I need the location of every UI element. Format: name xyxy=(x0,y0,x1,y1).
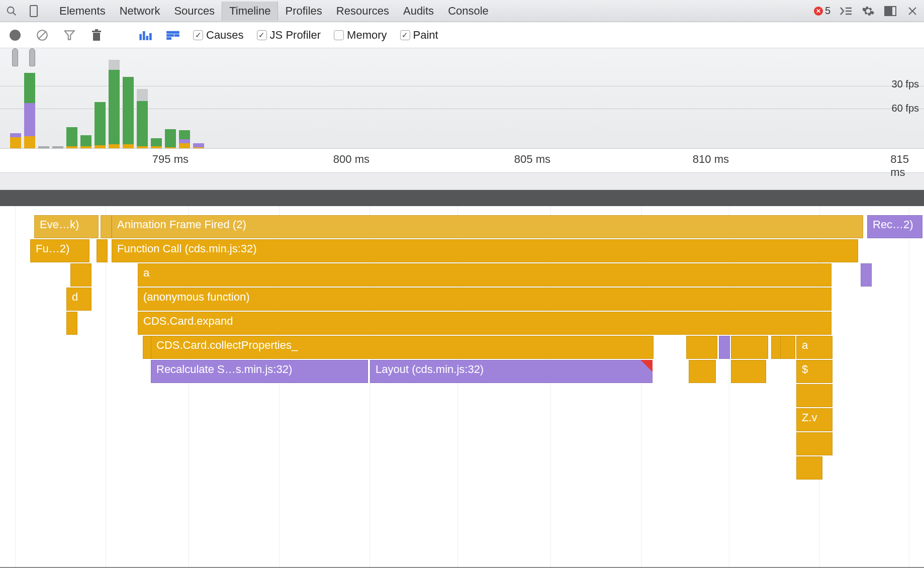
tab-timeline[interactable]: Timeline xyxy=(222,2,278,21)
js-profiler-checkbox[interactable]: JS Profiler xyxy=(257,29,321,42)
devtools-tabbar: Elements Network Sources Timeline Profil… xyxy=(0,0,924,22)
flame-chart-view-icon[interactable] xyxy=(166,28,180,42)
flame-entry[interactable] xyxy=(796,432,833,455)
svg-point-0 xyxy=(8,7,14,13)
flame-entry[interactable]: d xyxy=(66,288,91,311)
flame-chart[interactable]: Eve…k)Animation Frame Fired (2)Rec…2)Fu…… xyxy=(0,206,924,568)
filter-icon[interactable] xyxy=(62,28,76,42)
flame-entry[interactable] xyxy=(719,336,730,359)
flame-entry[interactable] xyxy=(861,263,872,287)
flame-entry[interactable] xyxy=(731,336,768,359)
tab-network[interactable]: Network xyxy=(113,2,167,21)
flame-entry[interactable]: CDS.Card.expand xyxy=(138,312,831,335)
flame-entry[interactable] xyxy=(731,360,766,383)
flame-entry[interactable]: Recalculate S…s.min.js:32) xyxy=(151,360,368,383)
overview-selection-handles[interactable] xyxy=(12,48,35,66)
close-icon[interactable] xyxy=(906,5,919,18)
flame-entry[interactable]: Eve…k) xyxy=(34,215,99,238)
svg-rect-22 xyxy=(167,37,171,39)
panel-tabs: Elements Network Sources Timeline Profil… xyxy=(52,2,496,21)
record-icon[interactable] xyxy=(8,28,22,42)
ruler-tick: 810 ms xyxy=(693,153,729,166)
flame-entry[interactable]: $ xyxy=(796,360,833,383)
svg-rect-2 xyxy=(30,6,37,17)
tab-sources[interactable]: Sources xyxy=(167,2,222,21)
svg-line-11 xyxy=(38,31,46,39)
paint-label: Paint xyxy=(413,29,438,42)
show-drawer-icon[interactable] xyxy=(840,5,853,18)
flame-entry[interactable] xyxy=(66,312,77,335)
causes-label: Causes xyxy=(206,29,244,42)
layout-warning-icon xyxy=(640,360,653,372)
fps-30-label: 30 fps xyxy=(892,78,919,90)
flame-entry[interactable]: Rec…2) xyxy=(867,215,922,238)
svg-line-1 xyxy=(13,12,16,15)
error-count: 5 xyxy=(825,5,830,17)
ruler-tick: 800 ms xyxy=(333,153,369,166)
flame-entry[interactable] xyxy=(97,239,108,262)
flame-entry[interactable] xyxy=(101,215,112,238)
svg-rect-21 xyxy=(175,34,179,36)
svg-rect-12 xyxy=(93,33,100,41)
svg-rect-15 xyxy=(140,34,142,40)
ruler-tick: 815 ms xyxy=(890,153,909,179)
flame-entry[interactable]: a xyxy=(138,263,831,287)
ruler-tick: 795 ms xyxy=(152,153,189,166)
flame-entry[interactable] xyxy=(70,263,91,287)
flame-entry[interactable] xyxy=(686,336,717,359)
flame-entry[interactable]: Fu…2) xyxy=(30,239,89,262)
clear-icon[interactable] xyxy=(35,28,49,42)
tab-profiles[interactable]: Profiles xyxy=(278,2,329,21)
search-icon[interactable] xyxy=(5,5,18,18)
selection-handle-left[interactable] xyxy=(12,48,18,66)
svg-rect-14 xyxy=(95,29,98,31)
overview-bars xyxy=(10,48,204,148)
trash-icon[interactable] xyxy=(89,28,104,42)
flame-entry[interactable]: Function Call (cds.min.js:32) xyxy=(112,239,858,262)
gear-icon[interactable] xyxy=(862,5,875,18)
svg-rect-7 xyxy=(885,7,892,16)
svg-rect-13 xyxy=(92,31,101,32)
svg-rect-18 xyxy=(149,33,151,40)
flame-entry[interactable] xyxy=(689,360,716,383)
fps-60-label: 60 fps xyxy=(892,103,919,114)
svg-rect-16 xyxy=(143,31,145,40)
network-strip xyxy=(0,173,924,190)
tab-console[interactable]: Console xyxy=(441,2,496,21)
dock-side-icon[interactable] xyxy=(884,5,897,18)
flame-entry[interactable] xyxy=(780,336,795,359)
flame-entry[interactable]: (anonymous function) xyxy=(138,288,831,311)
flame-entry[interactable]: Animation Frame Fired (2) xyxy=(112,215,863,238)
flame-entry[interactable]: CDS.Card.collectProperties_ xyxy=(151,336,654,359)
flame-entry[interactable] xyxy=(796,456,822,480)
time-ruler: 795 ms800 ms805 ms810 ms815 ms xyxy=(0,149,924,173)
bar-chart-view-icon[interactable] xyxy=(139,28,153,42)
flame-entry[interactable]: Layout (cds.min.js:32) xyxy=(370,360,653,383)
overview-chart[interactable]: 30 fps 60 fps xyxy=(0,48,924,149)
svg-rect-19 xyxy=(167,31,179,33)
tab-elements[interactable]: Elements xyxy=(52,2,113,21)
cpu-strip xyxy=(0,190,924,206)
device-mode-icon[interactable] xyxy=(27,5,40,18)
flame-entry[interactable] xyxy=(796,384,833,407)
memory-checkbox[interactable]: Memory xyxy=(334,29,387,42)
svg-rect-20 xyxy=(167,34,174,36)
js-profiler-label: JS Profiler xyxy=(270,29,321,42)
flame-entry[interactable]: Z.v xyxy=(796,408,833,431)
paint-checkbox[interactable]: Paint xyxy=(400,29,438,42)
tab-resources[interactable]: Resources xyxy=(329,2,396,21)
causes-checkbox[interactable]: Causes xyxy=(193,29,244,42)
error-badge[interactable]: ✕ 5 xyxy=(814,5,830,17)
timeline-toolbar: Causes JS Profiler Memory Paint xyxy=(0,22,924,48)
svg-rect-17 xyxy=(146,36,148,39)
ruler-tick: 805 ms xyxy=(514,153,550,166)
tab-audits[interactable]: Audits xyxy=(396,2,441,21)
flame-entry[interactable]: a xyxy=(796,336,833,359)
error-dot-icon: ✕ xyxy=(814,7,823,16)
selection-handle-right[interactable] xyxy=(29,48,35,66)
memory-label: Memory xyxy=(347,29,387,42)
